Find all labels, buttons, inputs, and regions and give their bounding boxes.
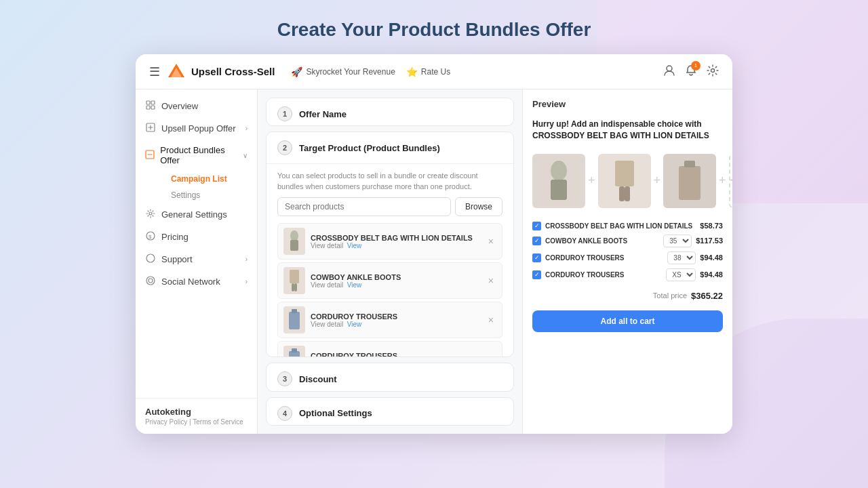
product-3-name: CORDUROY TROUSERS: [311, 312, 480, 321]
product-4-name: CORDUROY TROUSERS: [311, 352, 480, 357]
topbar-actions: 1: [663, 64, 719, 79]
topbar: ☰ Upsell Cross-Sell 🚀 Skyrocket Your Rev…: [136, 54, 732, 89]
sidebar-sub-campaign-list[interactable]: Campaign List: [161, 171, 257, 187]
preview-total-row: Total price $365.22: [532, 291, 723, 301]
svg-point-14: [149, 279, 153, 283]
user-icon[interactable]: [663, 64, 675, 79]
preview-products-row: + + + +: [532, 154, 723, 208]
product-1-view-detail: View detail: [311, 242, 343, 249]
sidebar-item-overview-label: Overview: [161, 101, 198, 111]
plus-icon-1: +: [588, 174, 595, 188]
preview-checkbox-2[interactable]: [532, 237, 541, 245]
product-4-remove[interactable]: ×: [486, 352, 496, 357]
svg-rect-29: [625, 186, 630, 201]
sidebar-item-support[interactable]: Support ›: [136, 248, 257, 270]
product-1-info: CROSSBODY BELT BAG WITH LION DETAILS Vie…: [311, 234, 480, 249]
sidebar-item-general-settings[interactable]: General Settings: [136, 203, 257, 226]
product-2-remove[interactable]: ×: [486, 274, 496, 287]
preview-add-box: +: [729, 154, 732, 208]
svg-text:$: $: [149, 234, 152, 240]
preview-checkbox-4[interactable]: [532, 270, 541, 279]
product-3-remove[interactable]: ×: [486, 313, 496, 327]
topbar-logo: Upsell Cross-Sell: [167, 62, 275, 81]
svg-rect-4: [146, 101, 150, 104]
preview-product-img-2: [598, 154, 651, 208]
search-input[interactable]: [277, 197, 451, 216]
target-product-desc: You can select products to sell in a bun…: [277, 171, 502, 192]
discount-section: 3 Discount: [266, 363, 514, 391]
page-title: Create Your Product Bundles Offer: [0, 0, 868, 54]
product-3-thumb: [283, 306, 305, 333]
list-item: CORDUROY TROUSERS View detail View ×: [277, 302, 502, 338]
product-1-view-link[interactable]: View: [347, 242, 362, 249]
sidebar-item-upsell-popup[interactable]: Upsell Popup Offer ›: [136, 117, 257, 140]
sidebar-sub-menu: Campaign List Settings: [136, 171, 257, 203]
preview-size-select-2[interactable]: 35: [663, 235, 692, 247]
svg-point-13: [146, 254, 155, 262]
svg-rect-22: [292, 309, 297, 313]
terms-link[interactable]: Terms of Service: [193, 418, 243, 426]
product-3-view-link[interactable]: View: [347, 321, 362, 328]
svg-point-2: [667, 66, 672, 71]
preview-product-img-1: [532, 154, 585, 208]
preview-title: Preview: [532, 99, 723, 109]
settings-icon[interactable]: [707, 64, 719, 79]
star-label: Rate Us: [421, 67, 450, 77]
svg-rect-19: [292, 283, 294, 291]
topbar-badges: 🚀 Skyrocket Your Revenue ⭐ Rate Us: [291, 66, 663, 77]
preview-size-select-4[interactable]: XS: [666, 268, 696, 281]
social-chevron-icon: ›: [245, 278, 248, 285]
search-row: Browse: [277, 197, 502, 216]
sidebar-item-bundles-label: Product Bundles Offer: [160, 145, 237, 165]
product-3-links: View detail View: [311, 321, 480, 328]
discount-header[interactable]: 3 Discount: [267, 363, 513, 391]
sidebar-sub-settings[interactable]: Settings: [161, 187, 257, 203]
sidebar-item-product-bundles[interactable]: Product Bundles Offer ∨: [136, 140, 257, 171]
preview-checkbox-3[interactable]: [532, 253, 541, 262]
preview-item-row-4: CORDUROY TROUSERS XS $94.48: [532, 268, 723, 281]
total-price: $365.22: [691, 291, 723, 301]
svg-point-10: [149, 212, 152, 215]
offer-name-header[interactable]: 1 Offer Name: [267, 98, 513, 126]
pricing-icon: $: [145, 231, 156, 243]
sidebar-item-pricing[interactable]: $ Pricing: [136, 226, 257, 248]
star-badge[interactable]: ⭐ Rate Us: [406, 66, 450, 77]
preview-item-1-name: CROSSBODY BELT BAG WITH LION DETAILS: [545, 222, 696, 230]
preview-checkbox-1[interactable]: [532, 222, 541, 230]
product-1-remove[interactable]: ×: [486, 235, 496, 248]
preview-item-1-price: $58.73: [700, 222, 723, 230]
preview-item-4-price: $94.48: [700, 270, 723, 279]
svg-rect-5: [151, 101, 155, 104]
optional-settings-header[interactable]: 4 Optional Settings: [267, 398, 513, 426]
sidebar-item-overview[interactable]: Overview: [136, 95, 257, 117]
preview-item-3-name: CORDUROY TROUSERS: [545, 254, 663, 262]
svg-rect-24: [292, 348, 297, 352]
product-2-view-link[interactable]: View: [347, 281, 362, 289]
content-area: 1 Offer Name 2 Target Product (Product B…: [258, 89, 522, 434]
sidebar-item-social-network[interactable]: Social Network ›: [136, 270, 257, 293]
support-icon: [145, 253, 156, 265]
privacy-policy-link[interactable]: Privacy Policy: [145, 418, 187, 426]
sidebar-item-social-label: Social Network: [161, 277, 220, 287]
target-product-header[interactable]: 2 Target Product (Product Bundles): [267, 132, 513, 163]
optional-settings-title: Optional Settings: [299, 408, 372, 418]
upsell-chevron-icon: ›: [245, 125, 248, 132]
star-icon: ⭐: [406, 66, 418, 77]
product-2-name: COWBOY ANKLE BOOTS: [311, 273, 480, 281]
preview-item-2-name: COWBOY ANKLE BOOTS: [545, 237, 659, 245]
svg-rect-7: [151, 106, 155, 109]
target-product-body: You can select products to sell in a bun…: [267, 163, 513, 357]
rocket-badge[interactable]: 🚀 Skyrocket Your Revenue: [291, 66, 395, 77]
preview-panel: Preview Hurry up! Add an indispensable c…: [522, 89, 732, 434]
browse-button[interactable]: Browse: [455, 197, 502, 216]
preview-size-select-3[interactable]: 38: [667, 251, 696, 264]
product-3-view-detail: View detail: [311, 321, 343, 328]
sidebar-item-upsell-label: Upsell Popup Offer: [161, 123, 236, 134]
notifications-icon[interactable]: 1: [685, 64, 697, 79]
menu-icon[interactable]: ☰: [149, 64, 160, 79]
preview-headline: Hurry up! Add an indispensable choice wi…: [532, 119, 723, 142]
preview-item-row-1: CROSSBODY BELT BAG WITH LION DETAILS $58…: [532, 222, 723, 230]
general-settings-icon: [145, 209, 156, 220]
add-all-to-cart-button[interactable]: Add all to cart: [532, 310, 723, 332]
product-2-info: COWBOY ANKLE BOOTS View detail View: [311, 273, 480, 289]
